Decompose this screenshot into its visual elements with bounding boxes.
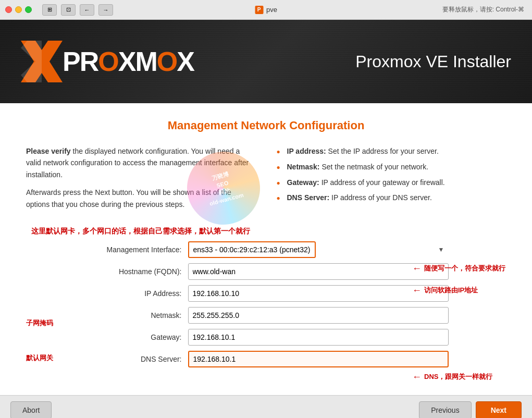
- proxmox-x-icon: [21, 41, 63, 82]
- management-interface-wrapper: ens33 - 00:0c:29:c2:12:a3 (pcnet32) ▼: [188, 241, 449, 258]
- main-content: Management Network Configuration Please …: [0, 103, 532, 395]
- header-banner: PROXMOX Proxmox VE Installer: [0, 20, 532, 103]
- netmask-label: Netmask:: [84, 311, 188, 319]
- management-interface-label: Management Interface:: [84, 245, 188, 254]
- gateway-row: Gateway:: [84, 329, 449, 346]
- left-para1: Please verify the displayed network conf…: [26, 145, 256, 180]
- list-item-ip: IP address: Set the IP address for your …: [277, 145, 506, 158]
- minimize-button[interactable]: [15, 6, 22, 13]
- ip-annotation: ← 访问软路由IP地址: [412, 285, 478, 296]
- management-interface-select[interactable]: ens33 - 00:0c:29:c2:12:a3 (pcnet32): [188, 241, 316, 258]
- logo-text: PROXMOX: [63, 46, 194, 77]
- installer-title: Proxmox VE Installer: [355, 52, 511, 71]
- tb-icon-1[interactable]: ⊞: [42, 4, 57, 16]
- hostname-input[interactable]: [188, 263, 449, 280]
- management-interface-row: Management Interface: ens33 - 00:0c:29:c…: [84, 241, 449, 258]
- hostname-label: Hostname (FQDN):: [84, 267, 188, 276]
- ip-address-input[interactable]: [188, 285, 449, 302]
- select-arrow-icon: ▼: [438, 246, 444, 253]
- previous-button[interactable]: Previous: [419, 401, 471, 419]
- hostname-row: Hostname (FQDN):: [84, 263, 449, 280]
- tb-icon-3[interactable]: ←: [80, 4, 94, 16]
- toolbar-icons: ⊞ ⊡ ← →: [42, 4, 113, 16]
- close-button[interactable]: [5, 6, 12, 13]
- nav-buttons: Previous Next: [419, 401, 522, 419]
- dns-input[interactable]: [188, 351, 449, 367]
- list-item-dns: DNS Server: IP address of your DNS serve…: [277, 192, 506, 204]
- gateway-label: Gateway:: [84, 333, 188, 341]
- list-item-netmask: Netmask: Set the netmask of your network…: [277, 161, 506, 174]
- gateway-input[interactable]: [188, 329, 449, 346]
- page-title: Management Network Configuration: [26, 119, 506, 132]
- bottom-bar: Abort Previous Next: [0, 395, 532, 418]
- ip-address-label: IP Address:: [84, 289, 188, 298]
- left-column: Please verify the displayed network conf…: [26, 145, 256, 216]
- hostname-annotation: ← 随便写一个，符合要求就行: [412, 263, 505, 274]
- tab-label: pve: [266, 6, 277, 14]
- gateway-annotation: 默认网关: [26, 353, 53, 363]
- title-bar: ⊞ ⊡ ← → P pve 要释放鼠标，请按: Control-⌘: [0, 0, 532, 20]
- list-item-gateway: Gateway: IP address of your gateway or f…: [277, 177, 506, 189]
- tb-icon-2[interactable]: ⊡: [61, 4, 76, 16]
- netmask-input[interactable]: [188, 307, 449, 324]
- tab-icon: P: [255, 6, 263, 14]
- form-section: Management Interface: ens33 - 00:0c:29:c…: [84, 241, 449, 367]
- right-column: IP address: Set the IP address for your …: [277, 145, 506, 216]
- para1-bold: Please verify: [26, 147, 71, 155]
- feature-list: IP address: Set the IP address for your …: [277, 145, 506, 204]
- form-wrapper: Management Interface: ens33 - 00:0c:29:c…: [26, 241, 506, 367]
- proxmox-logo: PROXMOX: [21, 41, 194, 82]
- tb-icon-4[interactable]: →: [98, 4, 113, 16]
- abort-button[interactable]: Abort: [10, 401, 52, 419]
- window-title: P pve: [255, 6, 277, 14]
- subnet-annotation: 子网掩码: [26, 318, 53, 328]
- traffic-lights: [5, 6, 32, 13]
- dns-row: DNS Server:: [84, 351, 449, 367]
- maximize-button[interactable]: [25, 6, 32, 13]
- netmask-row: Netmask:: [84, 307, 449, 324]
- left-para2: Afterwards press the Next button. You wi…: [26, 187, 256, 210]
- dns-annotation: ← DNS，跟网关一样就行: [412, 372, 492, 383]
- ip-address-row: IP Address:: [84, 285, 449, 302]
- hint-text: 要释放鼠标，请按: Control-⌘: [442, 5, 524, 14]
- next-button[interactable]: Next: [476, 401, 522, 419]
- svg-marker-1: [21, 41, 42, 82]
- content-grid: Please verify the displayed network conf…: [26, 145, 506, 216]
- nic-annotation: 这里默认网卡，多个网口的话，根据自己需求选择，默认第一个就行: [26, 227, 506, 236]
- dns-label: DNS Server:: [84, 355, 188, 363]
